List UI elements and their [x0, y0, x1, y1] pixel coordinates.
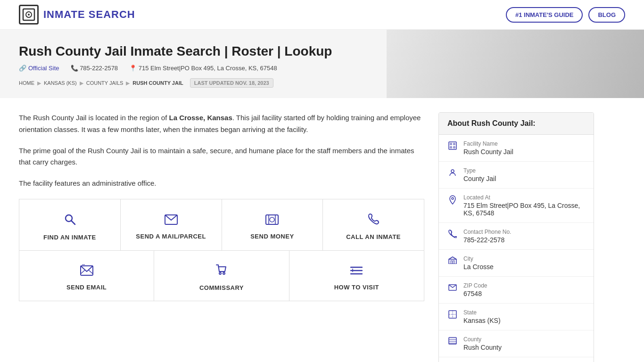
action-send-mail[interactable]: SEND A MAIL/PARCEL — [121, 199, 222, 250]
phone-label: Contact Phone No. — [463, 229, 511, 235]
location-pin-icon — [447, 195, 458, 207]
svg-rect-22 — [454, 143, 455, 145]
action-row-2: SEND EMAIL COMMISSARY — [19, 251, 424, 301]
sidebar-phone: Contact Phone No. 785-222-2578 — [439, 223, 594, 250]
sidebar-zip: ZIP Code 67548 — [439, 277, 594, 304]
sidebar-city: City La Crosse — [439, 250, 594, 277]
link-icon: 🔗 — [19, 65, 26, 72]
hero-banner: Rush County Jail Inmate Search | Roster … — [0, 30, 644, 98]
zip-value: 67548 — [463, 290, 487, 297]
content-text: The Rush County Jail is located in the r… — [19, 112, 424, 189]
logo-text: INMATE SEARCH — [43, 8, 135, 21]
facility-name-label: Facility Name — [463, 140, 513, 147]
logo-area: INMATE SEARCH — [19, 5, 135, 25]
phone-value: 785-222-2578 — [463, 236, 511, 244]
sidebar-card: About Rush County Jail: Facility Name Ru… — [438, 112, 594, 362]
action-find-inmate[interactable]: FIND AN INMATE — [19, 199, 121, 250]
svg-rect-24 — [454, 147, 455, 148]
svg-point-7 — [270, 217, 274, 222]
type-value: County Jail — [463, 175, 496, 182]
sidebar-located-at: Located At 715 Elm Street|PO Box 495, La… — [439, 189, 594, 223]
state-label: State — [463, 309, 501, 316]
logo-icon — [19, 5, 39, 25]
svg-rect-27 — [449, 259, 456, 264]
find-inmate-icon — [63, 213, 76, 229]
breadcrumb-county-jails[interactable]: COUNTY JAILS — [86, 80, 124, 86]
action-grid: FIND AN INMATE SEND A MAIL/PARCEL — [19, 199, 424, 301]
breadcrumb-home[interactable]: HOME — [19, 80, 34, 86]
svg-point-15 — [223, 272, 225, 274]
city-label: City — [463, 255, 494, 262]
sidebar-type: Type County Jail — [439, 162, 594, 189]
commissary-icon — [215, 264, 228, 280]
how-to-visit-label: HOW TO VISIT — [334, 284, 379, 291]
call-inmate-label: CALL AN INMATE — [346, 233, 401, 240]
phone-icon — [447, 230, 458, 240]
svg-rect-6 — [266, 215, 278, 224]
breadcrumb-state[interactable]: KANSAS (KS) — [44, 80, 77, 86]
county-icon — [447, 337, 458, 347]
main-content: The Rush County Jail is located in the r… — [19, 112, 424, 362]
facility-name-value: Rush County Jail — [463, 148, 513, 156]
send-money-label: SEND MONEY — [250, 233, 294, 240]
svg-rect-29 — [453, 261, 454, 264]
last-updated-badge: LAST UPDATED NOV. 18, 2023 — [190, 78, 273, 88]
building-icon — [447, 141, 458, 152]
official-site-link[interactable]: 🔗 Official Site — [19, 65, 59, 72]
sidebar-county: County Rush County — [439, 330, 594, 357]
send-mail-label: SEND A MAIL/PARCEL — [136, 233, 206, 240]
sidebar-state: State Kansas (KS) — [439, 304, 594, 330]
svg-rect-28 — [451, 261, 452, 264]
city-value: La Crosse — [463, 263, 494, 271]
svg-point-2 — [28, 14, 30, 16]
sep1: ▶ — [37, 80, 41, 86]
phone-icon: 📞 — [71, 65, 78, 72]
type-label: Type — [463, 167, 496, 174]
send-email-label: SEND EMAIL — [66, 284, 107, 291]
commissary-label: COMMISSARY — [199, 284, 244, 291]
call-inmate-icon — [367, 213, 380, 229]
send-mail-icon — [165, 214, 178, 228]
paragraph-3: The facility features an administrative … — [19, 178, 424, 189]
zip-icon — [447, 283, 458, 293]
svg-point-26 — [452, 197, 454, 199]
svg-point-25 — [451, 170, 454, 173]
send-email-icon — [80, 264, 93, 279]
sidebar-official-site: Official Site — [439, 357, 594, 362]
sidebar-facility-name: Facility Name Rush County Jail — [439, 135, 594, 162]
how-to-visit-icon — [350, 264, 363, 279]
located-at-label: Located At — [463, 194, 585, 201]
svg-line-12 — [89, 270, 93, 274]
phone-info: 📞 785-222-2578 — [71, 65, 118, 72]
located-at-value: 715 Elm Street|PO Box 495, La Crosse, KS… — [463, 202, 585, 217]
zip-label: ZIP Code — [463, 282, 487, 289]
main-container: The Rush County Jail is located in the r… — [0, 98, 644, 362]
sidebar: About Rush County Jail: Facility Name Ru… — [438, 112, 594, 362]
action-send-money[interactable]: SEND MONEY — [222, 199, 323, 250]
action-commissary[interactable]: COMMISSARY — [154, 251, 289, 301]
paragraph-2: The prime goal of the Rush County Jail i… — [19, 145, 424, 169]
svg-point-14 — [219, 272, 221, 274]
header: INMATE SEARCH #1 INMATE'S GUIDE BLOG — [0, 0, 644, 30]
address-info: 📍 715 Elm Street|PO Box 495, La Crosse, … — [129, 65, 277, 72]
header-nav: #1 INMATE'S GUIDE BLOG — [506, 7, 625, 23]
action-send-email[interactable]: SEND EMAIL — [19, 251, 154, 301]
sep2: ▶ — [80, 80, 83, 86]
svg-rect-20 — [449, 142, 456, 149]
sep3: ▶ — [126, 80, 130, 86]
sidebar-card-header: About Rush County Jail: — [439, 113, 594, 135]
blog-button[interactable]: BLOG — [588, 7, 625, 23]
state-value: Kansas (KS) — [463, 317, 501, 324]
state-icon — [447, 310, 458, 321]
county-value: Rush County — [463, 344, 502, 351]
action-how-to-visit[interactable]: HOW TO VISIT — [289, 251, 424, 301]
type-icon — [447, 168, 458, 179]
svg-rect-21 — [450, 143, 452, 145]
action-call-inmate[interactable]: CALL AN INMATE — [323, 199, 424, 250]
hero-background — [387, 30, 644, 98]
inmate-guide-button[interactable]: #1 INMATE'S GUIDE — [506, 7, 583, 23]
svg-line-4 — [71, 221, 75, 224]
svg-rect-23 — [450, 147, 452, 148]
county-label: County — [463, 336, 502, 343]
send-money-icon — [265, 214, 279, 228]
